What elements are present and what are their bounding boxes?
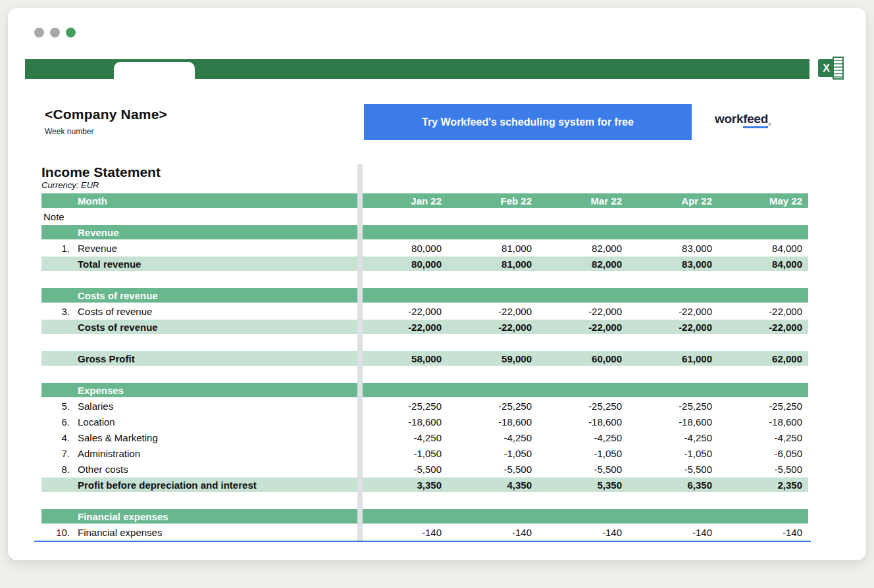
table-row[interactable]: 10.Financial expenses-140-140-140-140-14… (41, 525, 808, 539)
subtotal-row[interactable]: Gross Profit58,00059,00060,00061,00062,0… (41, 351, 808, 366)
cell-value[interactable]: 62,000 (718, 353, 808, 364)
workfeed-logo[interactable]: workfeed® (715, 112, 787, 127)
cell-value[interactable]: 82,000 (538, 243, 628, 254)
cell-value[interactable]: 59,000 (448, 353, 538, 364)
cell-value[interactable]: 81,000 (448, 258, 538, 270)
active-sheet-tab[interactable] (114, 62, 195, 79)
cell-value[interactable]: -5,500 (538, 464, 628, 475)
table-row[interactable]: 1.Revenue80,00081,00082,00083,00084,000 (41, 241, 808, 255)
cell-value[interactable]: 83,000 (628, 243, 718, 254)
cell-value[interactable]: 83,000 (628, 258, 718, 270)
section-header-row[interactable]: Costs of revenue (41, 288, 808, 303)
cell-value[interactable]: -18,600 (448, 416, 538, 428)
workfeed-cta-button[interactable]: Try Workfeed's scheduling system for fre… (364, 104, 692, 140)
cell-value[interactable]: -18,600 (628, 416, 718, 428)
row-label-cell[interactable]: Expenses (41, 383, 357, 397)
cell-value[interactable]: -140 (448, 527, 538, 538)
cell-value[interactable]: -18,600 (718, 416, 808, 428)
row-label-cell[interactable]: Costs of revenue (41, 320, 357, 334)
cell-value[interactable]: 82,000 (538, 258, 628, 270)
cell-value[interactable]: 4,350 (448, 479, 538, 491)
cell-value[interactable]: -140 (628, 527, 718, 538)
cell-value[interactable]: -18,600 (538, 416, 628, 428)
cell-value[interactable]: -140 (357, 527, 448, 538)
row-label-cell[interactable]: 6.Location (41, 414, 357, 429)
cell-value[interactable]: -4,250 (718, 432, 808, 443)
cell-value[interactable]: -25,250 (538, 401, 628, 412)
cell-value[interactable]: -140 (538, 527, 628, 538)
window-control-dot[interactable] (66, 28, 76, 37)
cell-value[interactable]: -5,500 (718, 464, 808, 475)
cell-value[interactable]: -25,250 (357, 401, 448, 412)
cell-value[interactable]: -140 (718, 527, 808, 538)
cell-value[interactable]: -4,250 (628, 432, 718, 443)
month-column-header[interactable]: May 22 (718, 195, 808, 207)
section-header-row[interactable]: Expenses (41, 383, 808, 397)
cell-value[interactable]: -25,250 (628, 401, 718, 412)
cell-value[interactable]: -22,000 (538, 306, 628, 317)
subtotal-row[interactable]: Costs of revenue-22,000-22,000-22,000-22… (41, 320, 808, 334)
subtotal-row[interactable]: Profit before depreciation and interest3… (41, 478, 808, 492)
cell-value[interactable]: -22,000 (718, 322, 808, 333)
row-label-cell[interactable]: Gross Profit (41, 351, 357, 366)
cell-value[interactable]: -6,050 (718, 448, 808, 459)
section-header-row[interactable]: Financial expenses (41, 509, 808, 524)
cell-value[interactable]: -22,000 (357, 322, 448, 333)
cell-value[interactable]: 3,350 (357, 479, 448, 491)
row-label-cell[interactable]: 7.Administration (41, 446, 357, 460)
table-row[interactable]: 4.Sales & Marketing-4,250-4,250-4,250-4,… (41, 430, 808, 445)
cell-value[interactable]: -4,250 (538, 432, 628, 443)
cell-value[interactable]: -22,000 (718, 306, 808, 317)
row-label-cell[interactable]: 1.Revenue (41, 241, 357, 255)
cell-value[interactable]: -4,250 (357, 432, 448, 443)
frozen-pane-divider[interactable] (357, 164, 363, 541)
row-label-cell[interactable]: 4.Sales & Marketing (41, 430, 357, 445)
cell-value[interactable]: 84,000 (718, 243, 808, 254)
cell-value[interactable]: 80,000 (357, 243, 448, 254)
cell-value[interactable]: -5,500 (448, 464, 538, 475)
month-column-header[interactable]: Feb 22 (448, 195, 538, 207)
cell-value[interactable]: -22,000 (538, 322, 628, 333)
row-label-cell[interactable]: 3.Costs of revenue (41, 304, 357, 318)
cell-value[interactable]: -22,000 (628, 322, 718, 333)
cell-value[interactable]: -25,250 (718, 401, 808, 412)
row-label-cell[interactable]: Financial expenses (41, 509, 357, 524)
cell-value[interactable]: -5,500 (357, 464, 448, 475)
cell-value[interactable]: 60,000 (538, 353, 628, 364)
window-control-dot[interactable] (50, 28, 60, 37)
row-label-cell[interactable]: Profit before depreciation and interest (41, 478, 357, 492)
month-column-header[interactable]: Mar 22 (538, 195, 628, 207)
cell-value[interactable]: 6,350 (628, 479, 718, 491)
table-row[interactable]: 8.Other costs-5,500-5,500-5,500-5,500-5,… (41, 462, 808, 476)
cell-value[interactable]: 61,000 (628, 353, 718, 364)
cell-value[interactable]: -22,000 (448, 322, 538, 333)
cell-value[interactable]: -22,000 (628, 306, 718, 317)
cell-value[interactable]: -5,500 (628, 464, 718, 475)
cell-value[interactable]: -1,050 (538, 448, 628, 459)
cell-value[interactable]: 58,000 (357, 353, 448, 364)
row-label-cell[interactable]: 10.Financial expenses (41, 525, 357, 539)
window-control-dot[interactable] (34, 28, 44, 37)
table-row[interactable]: 3.Costs of revenue-22,000-22,000-22,000-… (41, 304, 808, 318)
table-row[interactable]: 7.Administration-1,050-1,050-1,050-1,050… (41, 446, 808, 460)
cell-value[interactable]: -25,250 (448, 401, 538, 412)
cell-value[interactable]: -18,600 (357, 416, 448, 428)
row-label-cell[interactable]: 5.Salaries (41, 399, 357, 413)
row-label-cell[interactable]: 8.Other costs (41, 462, 357, 476)
note-row[interactable]: Note (41, 209, 808, 224)
cell-value[interactable]: -1,050 (628, 448, 718, 459)
subtotal-row[interactable]: Total revenue80,00081,00082,00083,00084,… (41, 257, 808, 271)
month-column-header[interactable]: Apr 22 (628, 195, 718, 207)
cell-value[interactable]: 5,350 (538, 479, 628, 491)
month-column-header[interactable]: Jan 22 (357, 195, 448, 207)
cell-value[interactable]: 80,000 (357, 258, 448, 270)
row-label-cell[interactable]: Costs of revenue (41, 288, 357, 303)
cell-value[interactable]: 81,000 (448, 243, 538, 254)
section-header-row[interactable]: Revenue (41, 225, 808, 239)
cell-value[interactable]: -4,250 (448, 432, 538, 443)
row-label-cell[interactable]: Total revenue (41, 257, 357, 271)
cell-value[interactable]: 84,000 (718, 258, 808, 270)
cell-value[interactable]: -1,050 (357, 448, 448, 459)
cell-value[interactable]: -22,000 (448, 306, 538, 317)
cell-value[interactable]: -22,000 (357, 306, 448, 317)
